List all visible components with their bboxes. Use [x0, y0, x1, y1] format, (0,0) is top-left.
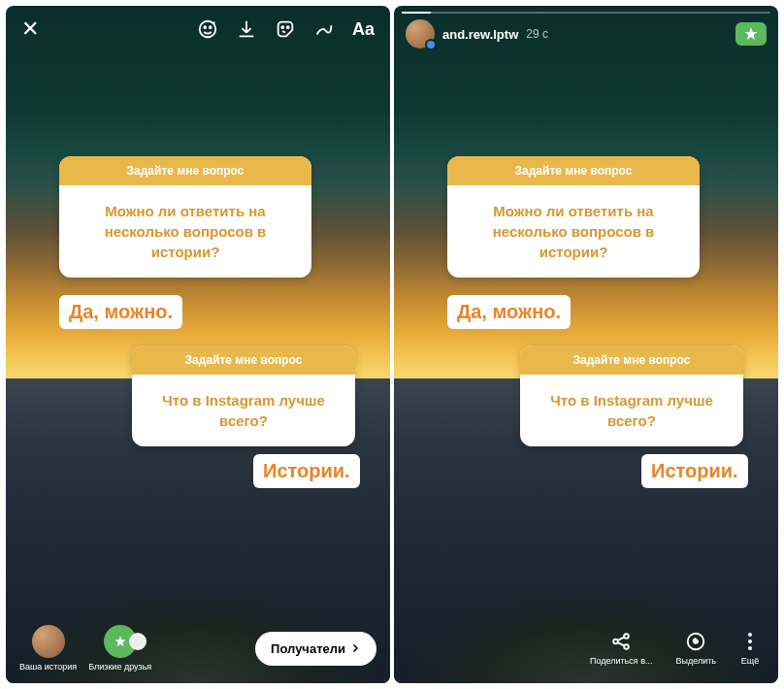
- more-icon: [739, 631, 761, 652]
- question-sticker-2[interactable]: Задайте мне вопрос Что в Instagram лучше…: [520, 345, 743, 446]
- share-icon: [610, 631, 632, 652]
- question-body: Что в Instagram лучше всего?: [132, 375, 355, 446]
- share-to-button[interactable]: Поделиться в...: [590, 631, 652, 666]
- your-story-label: Ваша история: [19, 662, 77, 672]
- share-bar: Ваша история Близкие друзья Получатели: [6, 613, 390, 683]
- editor-tools: Aa: [197, 18, 375, 40]
- highlight-button[interactable]: Выделить: [675, 631, 716, 666]
- svg-point-1: [204, 26, 206, 28]
- chevron-right-icon: [349, 642, 361, 654]
- avatar-icon: [32, 625, 65, 658]
- question-sticker-1[interactable]: Задайте мне вопрос Можно ли ответить на …: [59, 156, 311, 278]
- draw-icon[interactable]: [313, 18, 335, 40]
- close-friends-badge[interactable]: [735, 22, 767, 46]
- close-friends-button[interactable]: Близкие друзья: [88, 625, 151, 672]
- download-icon[interactable]: [236, 18, 257, 40]
- more-button[interactable]: Ещё: [739, 631, 761, 666]
- timestamp-label: 29 с: [526, 27, 548, 41]
- story-editor-screen: ✕ Aa Задайте мне вопрос Можно ли ответит…: [6, 6, 390, 683]
- share-label: Поделиться в...: [590, 656, 652, 666]
- question-header: Задайте мне вопрос: [59, 156, 311, 185]
- story-canvas[interactable]: Задайте мне вопрос Можно ли ответить на …: [6, 6, 390, 683]
- more-label: Ещё: [741, 656, 759, 666]
- answer-text-1: Да, можно.: [447, 295, 571, 329]
- recipients-label: Получатели: [271, 641, 345, 656]
- answer-text-2[interactable]: Истории.: [253, 454, 360, 488]
- verified-badge-icon: [425, 39, 437, 50]
- face-filter-icon[interactable]: [197, 18, 218, 40]
- question-body: Что в Instagram лучше всего?: [520, 375, 743, 446]
- your-story-button[interactable]: Ваша история: [19, 625, 77, 672]
- recipients-button[interactable]: Получатели: [255, 632, 376, 666]
- question-header: Задайте мне вопрос: [520, 345, 743, 375]
- user-avatar[interactable]: [406, 19, 435, 49]
- story-viewer-screen: and.rew.lptw 29 с Задайте мне вопрос Мож…: [394, 6, 778, 683]
- close-friends-label: Близкие друзья: [88, 662, 151, 672]
- username-label[interactable]: and.rew.lptw: [442, 27, 518, 42]
- answer-text-2: Истории.: [641, 454, 748, 488]
- sticker-icon[interactable]: [275, 18, 296, 40]
- star-icon: [743, 26, 759, 42]
- svg-point-2: [210, 26, 212, 28]
- question-sticker-1[interactable]: Задайте мне вопрос Можно ли ответить на …: [447, 156, 700, 278]
- viewer-header: and.rew.lptw 29 с: [406, 19, 767, 49]
- question-header: Задайте мне вопрос: [447, 156, 700, 185]
- question-body: Можно ли ответить на несколько вопросов …: [59, 185, 311, 278]
- highlight-label: Выделить: [675, 656, 716, 666]
- question-body: Можно ли ответить на несколько вопросов …: [447, 185, 700, 278]
- story-content[interactable]: Задайте мне вопрос Можно ли ответить на …: [394, 6, 778, 683]
- viewer-actions-bar: Поделиться в... Выделить Ещё: [394, 613, 778, 683]
- text-tool-icon[interactable]: Aa: [352, 19, 375, 40]
- answer-text-1[interactable]: Да, можно.: [59, 295, 182, 329]
- close-icon[interactable]: ✕: [21, 16, 39, 42]
- question-header: Задайте мне вопрос: [132, 345, 355, 375]
- svg-point-3: [281, 26, 283, 28]
- close-friends-icon: [104, 625, 137, 658]
- svg-point-4: [287, 26, 289, 28]
- highlight-icon: [685, 631, 706, 652]
- editor-toolbar: ✕ Aa: [6, 6, 390, 52]
- question-sticker-2[interactable]: Задайте мне вопрос Что в Instagram лучше…: [132, 345, 355, 446]
